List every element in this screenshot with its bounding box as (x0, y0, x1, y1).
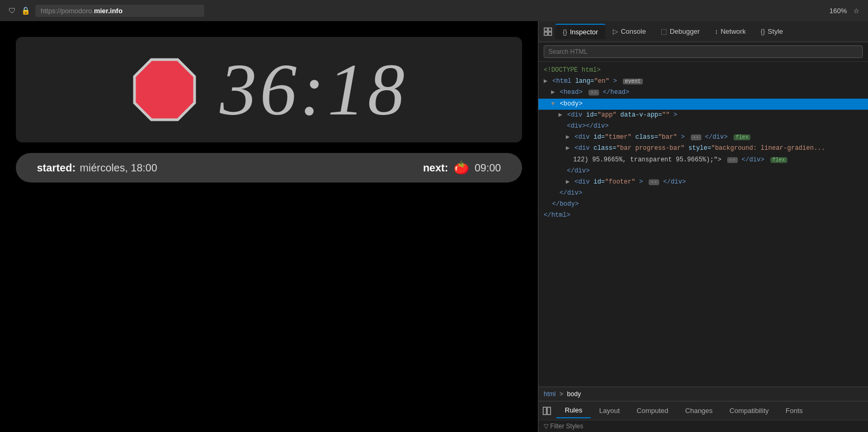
breadcrumb-html[interactable]: html (544, 390, 556, 398)
panel-layout-icon[interactable] (541, 405, 553, 417)
tab-fonts[interactable]: Fonts (777, 404, 812, 418)
zoom-level: 160% (830, 7, 847, 15)
progress-expand[interactable] (566, 145, 570, 152)
timer-box: 36:18 (16, 37, 522, 142)
inspector-icon: {} (563, 28, 567, 36)
browser-right: 160% ☆ (830, 7, 860, 15)
tab-network[interactable]: ↕ Network (707, 24, 753, 39)
footer-expand[interactable] (566, 178, 570, 186)
tree-html[interactable]: <html lang="en" > event (538, 76, 868, 87)
tree-div-timer[interactable]: <div id="timer" class="bar" > ·· </div> … (538, 132, 868, 143)
network-icon: ↕ (715, 27, 718, 35)
svg-rect-2 (548, 28, 552, 31)
devtools-pane: {} Inspector ▷ Console ⬚ Debugger ↕ Netw… (538, 21, 868, 432)
tab-inspector[interactable]: {} Inspector (555, 24, 605, 39)
tab-debugger-label: Debugger (670, 27, 700, 35)
style-icon: {} (760, 27, 765, 35)
url-prefix: https://pomodoro. (41, 7, 94, 15)
tree-close-html: </html> (538, 210, 868, 221)
timer-expand[interactable] (566, 133, 570, 141)
tree-div-progress-cont: 122) 95.9665%, transparent 95.9665%);"> … (538, 155, 868, 166)
started-label: started: (37, 162, 75, 174)
svg-rect-5 (543, 407, 546, 415)
svg-rect-1 (544, 28, 547, 31)
html-tree: <!DOCTYPE html> <html lang="en" > event … (538, 62, 868, 387)
svg-rect-3 (544, 32, 547, 35)
tree-div-app[interactable]: <div id="app" data-v-app="" > (538, 110, 868, 121)
svg-rect-4 (548, 32, 552, 35)
timer-display: 36:18 (220, 53, 408, 127)
tree-body[interactable]: <body> (538, 99, 868, 110)
footer-next: next: 🍅 09:00 (423, 160, 501, 175)
bookmark-icon[interactable]: ☆ (853, 7, 860, 15)
search-html-input[interactable] (544, 45, 863, 58)
body-expand[interactable] (551, 100, 555, 108)
svg-marker-0 (134, 60, 195, 120)
shield-icon: 🛡 (8, 6, 16, 15)
started-value: miércoles, 18:00 (80, 162, 157, 174)
tab-inspector-label: Inspector (570, 28, 598, 36)
stop-icon[interactable] (130, 55, 199, 124)
tab-layout[interactable]: Layout (591, 404, 628, 418)
lock-icon: 🔒 (21, 6, 30, 15)
tree-doctype: <!DOCTYPE html> (538, 65, 868, 76)
tree-div-progress[interactable]: <div class="bar progress-bar" style="bac… (538, 143, 868, 154)
search-html-bar (538, 42, 868, 62)
url-domain: mier.info (94, 7, 122, 15)
tab-console-label: Console (621, 27, 646, 35)
footer-started: started: miércoles, 18:00 (37, 162, 157, 174)
bottom-tabs: Rules Layout Computed Changes Compatibil… (538, 401, 868, 420)
tree-div-empty: <div></div> (538, 121, 868, 132)
tab-console[interactable]: ▷ Console (605, 24, 653, 39)
tree-close-body: </body> (538, 199, 868, 210)
filter-styles-bar: ▽ Filter Styles (538, 420, 868, 432)
footer-bar: started: miércoles, 18:00 next: 🍅 09:00 (16, 153, 522, 183)
tab-rules[interactable]: Rules (556, 403, 591, 418)
tomato-icon: 🍅 (454, 160, 469, 175)
html-expand[interactable] (544, 78, 547, 85)
element-picker-button[interactable] (541, 24, 555, 39)
tab-computed[interactable]: Computed (628, 404, 677, 418)
tree-close-div-app: </div> (538, 188, 868, 199)
next-label: next: (423, 162, 448, 174)
filter-styles-text[interactable]: ▽ Filter Styles (544, 423, 583, 430)
main-area: 36:18 started: miércoles, 18:00 next: 🍅 … (0, 21, 868, 432)
tab-debugger[interactable]: ⬚ Debugger (653, 24, 707, 39)
debugger-icon: ⬚ (661, 27, 667, 35)
devtools-tabs: {} Inspector ▷ Console ⬚ Debugger ↕ Netw… (538, 21, 868, 42)
head-expand[interactable] (551, 89, 555, 96)
console-icon: ▷ (613, 27, 618, 35)
breadcrumb-body[interactable]: body (567, 390, 581, 398)
next-time: 09:00 (475, 162, 501, 174)
browser-bar: 🛡 🔒 https://pomodoro.mier.info 160% ☆ (0, 0, 868, 21)
tab-compatibility[interactable]: Compatibility (721, 404, 777, 418)
tree-div-footer[interactable]: <div id="footer" > ·· </div> (538, 177, 868, 188)
app-expand[interactable] (558, 111, 562, 119)
breadcrumb-bar: html > body (538, 387, 868, 401)
tab-network-label: Network (720, 27, 746, 35)
tab-changes[interactable]: Changes (677, 404, 721, 418)
tree-close-div: </div> (538, 166, 868, 177)
url-bar[interactable]: https://pomodoro.mier.info (35, 5, 204, 17)
tab-style-label: Style (768, 27, 783, 35)
tab-style-editor[interactable]: {} Style (753, 24, 790, 39)
tree-head[interactable]: <head> ·· </head> (538, 87, 868, 98)
svg-rect-6 (547, 407, 551, 415)
app-pane: 36:18 started: miércoles, 18:00 next: 🍅 … (0, 21, 538, 432)
